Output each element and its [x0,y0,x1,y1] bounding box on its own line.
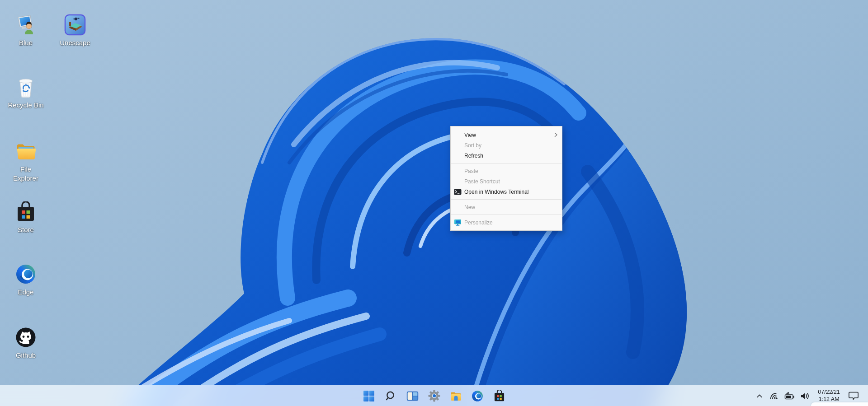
menu-separator [451,163,561,163]
menu-item-open-in-windows-terminal[interactable]: Open in Windows Terminal [451,187,562,197]
task-view-icon [406,391,419,401]
desktop-surface[interactable]: Blue Unescape [0,0,868,406]
desktop-shortcut-edge[interactable]: Edge [4,263,47,297]
desktop-shortcut-unescape[interactable]: Unescape [53,14,97,47]
notification-center-button[interactable] [845,387,862,405]
desktop-shortcut-recycle-bin[interactable]: Recycle Bin [4,76,47,110]
github-icon [14,326,37,349]
desktop-shortcut-label: Github [8,351,44,360]
menu-item-new[interactable]: New [451,202,562,212]
taskbar: 07/22/21 1:12 AM [0,385,868,406]
submenu-chevron-icon [554,132,557,137]
desktop-shortcut-label: Edge [8,288,44,297]
settings-gear-icon [428,390,440,402]
windows-terminal-icon [451,189,464,195]
desktop-shortcut-label: Unescape [57,38,93,47]
desktop-shortcut-blue[interactable]: Blue [4,14,47,47]
menu-item-personalize[interactable]: Personalize [451,217,562,228]
file-explorer-icon [14,140,37,163]
taskbar-edge-button[interactable] [468,387,486,405]
desktop-shortcut-store[interactable]: Store [4,201,47,234]
desktop-wallpaper [0,0,868,406]
desktop-shortcut-file-explorer[interactable]: File Explorer [4,140,47,183]
taskbar-app-buttons [360,385,508,406]
edge-icon [472,390,483,402]
chevron-up-icon [756,394,763,398]
tray-date: 07/22/21 [818,389,840,396]
notification-bubble-icon [848,391,859,401]
file-explorer-icon [450,391,462,401]
taskbar-settings-button[interactable] [425,387,443,405]
taskbar-search-button[interactable] [382,387,400,405]
clock-button[interactable]: 07/22/21 1:12 AM [814,387,844,405]
menu-item-refresh[interactable]: Refresh [451,150,562,161]
windows-start-icon [363,390,375,402]
taskbar-task-view-button[interactable] [403,387,421,405]
desktop-shortcut-label: File Explorer [8,165,44,183]
desktop-shortcut-label: Store [8,225,44,234]
desktop-context-menu: View Sort by Refresh Paste Paste Shortcu… [450,126,562,231]
taskbar-start-button[interactable] [360,387,378,405]
menu-separator [451,215,561,215]
desktop-shortcut-label: Recycle Bin [8,101,44,110]
tray-overflow-button[interactable] [754,387,765,405]
notification-toast-edge [811,402,868,406]
network-battery-volume-button[interactable] [767,387,812,405]
microsoft-store-icon [14,201,37,223]
personalization-monitor-icon [451,219,464,226]
taskbar-store-button[interactable] [490,387,508,405]
wifi-icon [770,392,780,401]
desktop-shortcut-github[interactable]: Github [4,326,47,360]
desktop-shortcut-label: Blue [8,38,44,47]
recycle-bin-icon [14,76,37,98]
menu-item-paste-shortcut[interactable]: Paste Shortcut [451,176,562,187]
taskbar-file-explorer-button[interactable] [447,387,465,405]
menu-separator [451,199,561,200]
edge-icon [14,263,37,285]
menu-item-sort-by[interactable]: Sort by [451,140,562,150]
volume-icon [800,392,810,401]
unescape-app-icon [64,14,86,36]
search-icon [385,391,396,401]
battery-charging-icon [784,392,795,401]
user-computer-icon [14,14,37,36]
menu-item-paste[interactable]: Paste [451,166,562,176]
menu-item-view[interactable]: View [451,130,562,140]
tray-time: 1:12 AM [818,396,840,403]
microsoft-store-icon [494,390,505,402]
